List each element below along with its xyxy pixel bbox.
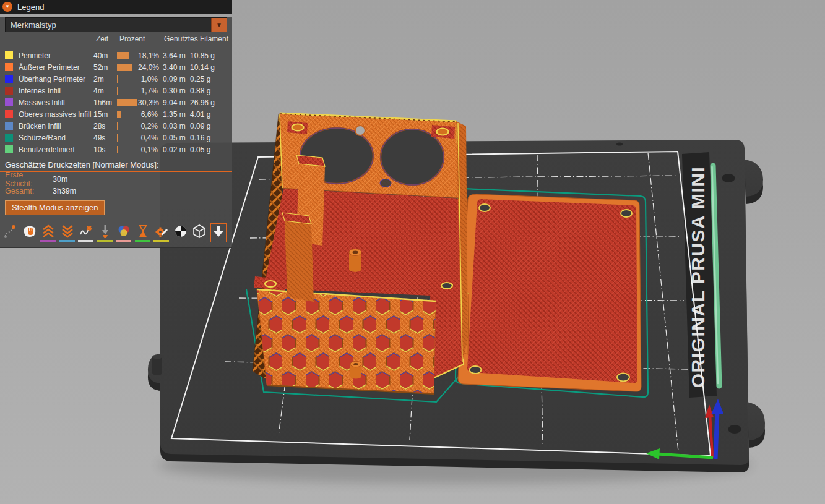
center-of-mass-icon[interactable] <box>173 223 189 242</box>
legend-feature-row: Äußerer Perimeter 52m 24,0% 3.40 m 10.14… <box>0 61 232 73</box>
legend-table-header: Zeit Prozent Genutztes Filament <box>0 35 232 46</box>
feature-used-weight: 0.25 g <box>190 75 218 83</box>
collapse-arrow-icon[interactable]: ▼ <box>2 2 12 12</box>
feature-color-swatch <box>5 87 13 95</box>
legend-feature-row: Massives Infill 1h6m 30,3% 9.04 m 26.96 … <box>0 96 232 108</box>
feature-percent: 30,3% <box>138 98 158 107</box>
feature-color-swatch <box>5 98 13 106</box>
feature-color-swatch <box>5 63 13 71</box>
column-header-percent: Prozent <box>119 35 145 43</box>
legend-feature-row: Schürze/Rand 49s 0,4% 0.05 m 0.16 g <box>0 132 232 143</box>
seams-icon[interactable] <box>78 223 94 242</box>
prusaslicer-preview-window: ORIGINAL PRUSA MINI <box>0 0 825 504</box>
feature-used-weight: 0.88 g <box>190 87 218 95</box>
feature-percent: 0,1% <box>138 145 158 154</box>
color-changes-icon[interactable] <box>116 223 132 242</box>
feature-label: Internes Infill <box>19 87 93 95</box>
view-type-dropdown[interactable]: Merkmalstyp ▼ <box>5 17 227 32</box>
plate-screw-hole <box>722 174 735 182</box>
feature-label: Oberes massives Infill <box>19 110 93 119</box>
estimate-label: Erste Schicht: <box>5 171 53 188</box>
feature-color-swatch <box>5 145 13 153</box>
feature-time: 1h6m <box>93 98 117 107</box>
feature-percent: 24,0% <box>138 63 158 72</box>
feature-percent-bar <box>117 111 138 118</box>
legend-panel: ▼ Legend Merkmalstyp ▼ Zeit Prozent Genu… <box>0 0 232 248</box>
legend-panel-body: Merkmalstyp ▼ Zeit Prozent Genutztes Fil… <box>0 17 232 248</box>
feature-color-swatch <box>5 110 13 118</box>
feature-percent: 18,1% <box>138 51 158 60</box>
feature-label: Überhang Perimeter <box>19 75 93 83</box>
legend-feature-row: Oberes massives Infill 15m 6,6% 1.35 m 4… <box>0 108 232 120</box>
legend-feature-row: Internes Infill 4m 1,7% 0.30 m 0.88 g <box>0 85 232 96</box>
feature-time: 4m <box>93 87 117 95</box>
custom-gcodes-underline <box>153 240 169 242</box>
deretractions-icon[interactable] <box>59 223 76 242</box>
feature-used-length: 3.40 m <box>163 63 190 72</box>
estimate-value: 30m <box>53 175 67 184</box>
feature-used-length: 0.09 m <box>163 75 190 83</box>
custom-gcodes-icon[interactable] <box>153 223 170 242</box>
tool-changes-icon[interactable] <box>97 223 113 242</box>
small-through-hole <box>355 126 365 135</box>
tool-marker-icon[interactable] <box>210 223 227 242</box>
legend-table: Perimeter 40m 18,1% 3.64 m 10.85 g Äußer… <box>0 49 232 155</box>
view-type-value: Merkmalstyp <box>6 18 211 32</box>
feature-percent-bar <box>117 99 138 106</box>
retractions-icon[interactable] <box>40 223 56 242</box>
divider <box>0 48 232 48</box>
color-changes-underline <box>116 240 131 242</box>
travel-moves-icon[interactable] <box>2 223 19 242</box>
feature-used-weight: 10.14 g <box>190 63 218 72</box>
feature-used-length: 0.30 m <box>163 87 190 95</box>
shells-icon[interactable] <box>191 223 207 242</box>
lid-hole <box>621 210 632 217</box>
feature-used-length: 0.02 m <box>163 145 190 154</box>
feature-used-weight: 0.16 g <box>190 134 218 142</box>
feature-used-weight: 0.09 g <box>190 122 218 130</box>
legend-feature-row: Brücken Infill 28s 0,2% 0.03 m 0.09 g <box>0 120 232 132</box>
feature-used-length: 9.04 m <box>163 98 190 107</box>
feature-color-swatch <box>5 75 13 83</box>
feature-percent-bar <box>117 64 138 71</box>
feature-percent: 1,0% <box>138 75 158 83</box>
deretractions-underline <box>59 240 75 242</box>
feature-color-swatch <box>5 51 13 59</box>
feature-color-swatch <box>5 134 13 142</box>
estimate-value: 3h39m <box>53 187 76 195</box>
stealth-mode-button[interactable]: Stealth Modus anzeigen <box>5 200 105 215</box>
model-lid[interactable] <box>458 194 641 391</box>
pause-prints-icon[interactable] <box>135 223 151 242</box>
estimate-row: Erste Schicht: 30m <box>0 173 232 185</box>
feature-percent: 6,6% <box>138 110 158 119</box>
feature-used-length: 0.03 m <box>163 122 190 130</box>
feature-label: Brücken Infill <box>19 122 93 130</box>
estimates-rows: Erste Schicht: 30m Gesamt: 3h39m <box>0 173 232 197</box>
feature-percent-bar <box>117 52 138 59</box>
feature-used-weight: 10.85 g <box>190 51 218 60</box>
wipe-icon[interactable] <box>22 223 38 242</box>
feature-label: Perimeter <box>19 51 93 60</box>
legend-panel-titlebar[interactable]: ▼ Legend <box>0 0 232 14</box>
small-hole <box>380 179 391 187</box>
feature-percent-bar <box>117 75 138 83</box>
estimates-heading: Geschätzte Druckzeiten [Normaler Modus]: <box>5 160 232 169</box>
chevron-down-icon[interactable]: ▼ <box>211 18 227 32</box>
column-header-time: Zeit <box>96 35 108 43</box>
legend-feature-row: Perimeter 40m 18,1% 3.64 m 10.85 g <box>0 49 232 61</box>
legend-panel-title: Legend <box>17 2 44 12</box>
model-enclosure[interactable] <box>253 113 468 394</box>
feature-used-length: 3.64 m <box>163 51 190 60</box>
feature-time: 15m <box>93 110 117 119</box>
feature-used-length: 0.05 m <box>163 134 190 142</box>
feature-used-weight: 4.01 g <box>190 110 218 119</box>
view-options-toolbar <box>0 221 232 244</box>
feature-time: 2m <box>93 75 117 83</box>
lid-hole <box>479 204 490 211</box>
feature-used-weight: 0.05 g <box>190 145 218 154</box>
plate-screw-hole <box>728 425 741 434</box>
estimate-row: Gesamt: 3h39m <box>0 185 232 197</box>
honeycomb-wall <box>257 289 436 394</box>
plate-pin-hole <box>616 142 623 145</box>
feature-percent: 0,2% <box>138 122 158 130</box>
